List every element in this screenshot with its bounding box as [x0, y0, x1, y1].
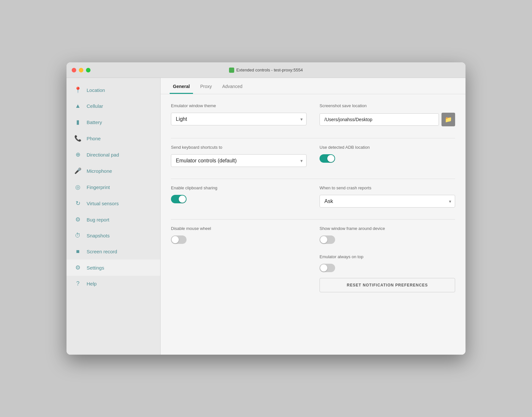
- row-keyboard-adb: Send keyboard shortcuts to Emulator cont…: [171, 145, 455, 167]
- ontop-toggle[interactable]: [320, 264, 335, 272]
- battery-icon: ▮: [74, 119, 81, 126]
- tab-proxy[interactable]: Proxy: [197, 79, 215, 94]
- keyboard-label: Send keyboard shortcuts to: [171, 145, 307, 150]
- close-button[interactable]: [72, 68, 76, 72]
- col-theme: Emulator window theme LightDarkSystem ▾: [171, 103, 307, 126]
- folder-icon: 📁: [445, 116, 452, 123]
- adb-toggle[interactable]: [320, 154, 335, 163]
- sidebar: 📍Location▲Cellular▮Battery📞Phone⊕Directi…: [66, 78, 161, 355]
- snapshots-icon: ⏱: [74, 232, 81, 239]
- folder-button[interactable]: 📁: [441, 113, 455, 126]
- minimize-button[interactable]: [79, 68, 83, 72]
- screen-record-icon: ■: [74, 248, 81, 255]
- sidebar-item-label-phone: Phone: [87, 136, 101, 141]
- app-icon: [229, 68, 234, 73]
- tab-advanced[interactable]: Advanced: [219, 79, 246, 94]
- theme-label: Emulator window theme: [171, 103, 307, 108]
- theme-dropdown[interactable]: LightDarkSystem: [171, 113, 307, 125]
- col-mouse: Disable mouse wheel: [171, 226, 307, 244]
- sidebar-item-microphone[interactable]: 🎤Microphone: [66, 163, 160, 179]
- sidebar-item-cellular[interactable]: ▲Cellular: [66, 98, 160, 114]
- col-clipboard: Enable clipboard sharing: [171, 185, 307, 208]
- sidebar-item-settings[interactable]: ⚙Settings: [66, 259, 160, 276]
- titlebar-title: Extended controls - test-proxy:5554: [229, 68, 303, 73]
- sidebar-item-location[interactable]: 📍Location: [66, 82, 160, 98]
- mouse-toggle[interactable]: [171, 235, 187, 244]
- sidebar-item-battery[interactable]: ▮Battery: [66, 114, 160, 130]
- sidebar-item-label-microphone: Microphone: [87, 168, 112, 174]
- sidebar-item-label-help: Help: [87, 281, 97, 286]
- divider-1: [171, 138, 455, 138]
- sidebar-item-bug-report[interactable]: ⚙Bug report: [66, 211, 160, 228]
- sidebar-item-label-directional-pad: Directional pad: [87, 152, 119, 158]
- sidebar-item-snapshots[interactable]: ⏱Snapshots: [66, 228, 160, 244]
- content-area: 📍Location▲Cellular▮Battery📞Phone⊕Directi…: [66, 78, 466, 355]
- settings-icon: ⚙: [74, 264, 81, 271]
- crash-label: When to send crash reports: [320, 185, 455, 190]
- window-controls: [72, 68, 91, 72]
- sidebar-item-label-settings: Settings: [87, 265, 104, 271]
- reset-button[interactable]: RESET NOTIFICATION PREFERENCES: [320, 278, 455, 292]
- frame-toggle[interactable]: [320, 235, 335, 244]
- bug-report-icon: ⚙: [74, 216, 81, 223]
- row-mouse-frame: Disable mouse wheel Show window frame ar…: [171, 226, 455, 244]
- clipboard-toggle[interactable]: [171, 195, 187, 203]
- adb-label: Use detected ADB location: [320, 145, 455, 150]
- sidebar-item-label-snapshots: Snapshots: [87, 233, 110, 238]
- col-spacer: [171, 254, 307, 292]
- frame-label: Show window frame around device: [320, 226, 455, 231]
- sidebar-item-label-screen-record: Screen record: [87, 249, 117, 254]
- crash-dropdown[interactable]: AskAlwaysNever: [320, 195, 455, 208]
- clipboard-toggle-thumb: [179, 196, 186, 203]
- ontop-label: Emulator always on top: [320, 254, 455, 259]
- sidebar-item-phone[interactable]: 📞Phone: [66, 130, 160, 146]
- mouse-toggle-thumb: [172, 236, 179, 243]
- sidebar-item-screen-record[interactable]: ■Screen record: [66, 244, 160, 259]
- row-clipboard-crash: Enable clipboard sharing When to send cr…: [171, 185, 455, 208]
- col-keyboard: Send keyboard shortcuts to Emulator cont…: [171, 145, 307, 167]
- mouse-label: Disable mouse wheel: [171, 226, 307, 231]
- microphone-icon: 🎤: [74, 167, 81, 174]
- phone-icon: 📞: [74, 135, 81, 142]
- divider-2: [171, 179, 455, 179]
- frame-toggle-thumb: [320, 236, 327, 243]
- theme-dropdown-wrapper: LightDarkSystem ▾: [171, 113, 307, 125]
- sidebar-item-virtual-sensors[interactable]: ↻Virtual sensors: [66, 195, 160, 211]
- titlebar: Extended controls - test-proxy:5554: [66, 62, 466, 78]
- sidebar-item-label-location: Location: [87, 87, 105, 93]
- directional-pad-icon: ⊕: [74, 151, 81, 158]
- tab-general[interactable]: General: [170, 79, 193, 94]
- col-ontop-reset: Emulator always on top RESET NOTIFICATIO…: [320, 254, 455, 292]
- sidebar-item-label-cellular: Cellular: [87, 103, 103, 109]
- adb-toggle-thumb: [327, 155, 334, 162]
- row-ontop-reset: Emulator always on top RESET NOTIFICATIO…: [171, 254, 455, 292]
- screenshot-path-wrapper: 📁: [320, 113, 455, 126]
- virtual-sensors-icon: ↻: [74, 200, 81, 207]
- sidebar-item-help[interactable]: ?Help: [66, 276, 160, 292]
- sidebar-item-label-fingerprint: Fingerprint: [87, 184, 110, 190]
- col-screenshot: Screenshot save location 📁: [320, 103, 455, 126]
- fingerprint-icon: ◎: [74, 183, 81, 191]
- location-icon: 📍: [74, 86, 81, 94]
- sidebar-item-fingerprint[interactable]: ◎Fingerprint: [66, 179, 160, 195]
- keyboard-dropdown-wrapper: Emulator controls (default)Virtual devic…: [171, 154, 307, 167]
- help-icon: ?: [74, 280, 81, 287]
- col-adb: Use detected ADB location: [320, 145, 455, 167]
- maximize-button[interactable]: [86, 68, 91, 72]
- clipboard-label: Enable clipboard sharing: [171, 185, 307, 190]
- main-window: Extended controls - test-proxy:5554 📍Loc…: [66, 62, 466, 355]
- sidebar-item-label-virtual-sensors: Virtual sensors: [87, 201, 119, 206]
- row-theme-screenshot: Emulator window theme LightDarkSystem ▾ …: [171, 103, 455, 126]
- crash-dropdown-wrapper: AskAlwaysNever ▾: [320, 195, 455, 208]
- ontop-toggle-thumb: [320, 264, 327, 272]
- col-frame: Show window frame around device: [320, 226, 455, 244]
- keyboard-dropdown[interactable]: Emulator controls (default)Virtual devic…: [171, 154, 307, 167]
- main-panel: GeneralProxyAdvanced Emulator window the…: [161, 78, 466, 355]
- divider-3: [171, 219, 455, 220]
- cellular-icon: ▲: [74, 103, 81, 109]
- screenshot-path-input[interactable]: [320, 113, 439, 126]
- sidebar-item-directional-pad[interactable]: ⊕Directional pad: [66, 146, 160, 163]
- tabs-bar: GeneralProxyAdvanced: [161, 79, 466, 94]
- sidebar-item-label-bug-report: Bug report: [87, 217, 109, 222]
- col-crash: When to send crash reports AskAlwaysNeve…: [320, 185, 455, 208]
